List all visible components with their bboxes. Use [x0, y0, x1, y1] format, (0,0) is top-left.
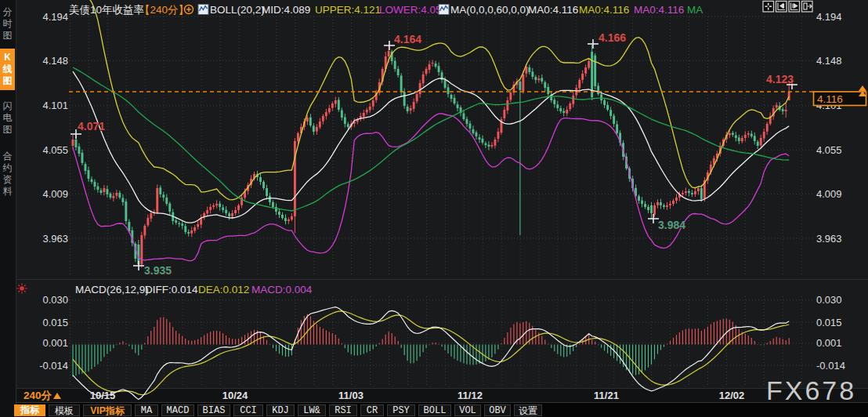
svg-text:-0.014: -0.014	[39, 360, 68, 372]
svg-text:0.030: 0.030	[816, 294, 842, 306]
svg-text:4.071: 4.071	[78, 120, 105, 132]
svg-text:MA0:4.116: MA0:4.116	[579, 4, 629, 16]
svg-text:0.001: 0.001	[816, 337, 842, 349]
svg-text:4.055: 4.055	[816, 144, 842, 156]
svg-text:11/21: 11/21	[594, 390, 619, 401]
svg-text:MACD(26,12,9): MACD(26,12,9)	[75, 284, 149, 296]
svg-text:4.116: 4.116	[817, 93, 843, 105]
svg-text:4.148: 4.148	[816, 55, 842, 67]
svg-text:MID:4.089: MID:4.089	[262, 4, 310, 16]
svg-text:4.194: 4.194	[816, 11, 842, 23]
svg-text:11/03: 11/03	[338, 390, 363, 401]
svg-text:10/24: 10/24	[222, 390, 248, 401]
svg-text:4.123: 4.123	[766, 73, 794, 85]
svg-text:MA(0,0,0,60,0,0): MA(0,0,0,60,0,0)	[450, 4, 530, 16]
svg-text:-0.014: -0.014	[816, 360, 845, 372]
svg-text:4.101: 4.101	[42, 100, 68, 111]
svg-text:DIFF:0.014: DIFF:0.014	[145, 284, 198, 296]
svg-text:MA0:4.116: MA0:4.116	[634, 4, 684, 16]
svg-text:【240分】: 【240分】	[139, 4, 189, 16]
svg-text:3.963: 3.963	[42, 233, 68, 245]
svg-text:0.015: 0.015	[816, 317, 842, 328]
svg-text:3.963: 3.963	[816, 233, 842, 245]
svg-text:0.030: 0.030	[42, 294, 68, 306]
svg-text:4.055: 4.055	[42, 144, 68, 156]
svg-text:BOLL(20,2): BOLL(20,2)	[210, 4, 265, 16]
svg-text:10/15: 10/15	[90, 390, 116, 401]
svg-text:3.935: 3.935	[144, 264, 172, 277]
svg-text:LOWER:4.057: LOWER:4.057	[379, 4, 447, 16]
svg-text:4.009: 4.009	[42, 188, 68, 200]
svg-text:4.009: 4.009	[816, 188, 842, 200]
svg-text:美债10年收益率: 美债10年收益率	[69, 4, 144, 16]
svg-text:4.166: 4.166	[599, 31, 626, 44]
svg-text:MA0:4.116: MA0:4.116	[528, 4, 578, 16]
svg-text:12/02: 12/02	[719, 390, 745, 401]
svg-text:11/12: 11/12	[458, 390, 483, 401]
svg-text:4.194: 4.194	[42, 11, 68, 23]
svg-text:3.984: 3.984	[658, 219, 685, 231]
svg-text:UPPER:4.121: UPPER:4.121	[315, 4, 381, 16]
svg-text:FX678: FX678	[766, 375, 856, 405]
svg-text:DEA:0.012: DEA:0.012	[198, 284, 249, 296]
svg-text:4.164: 4.164	[394, 33, 421, 45]
svg-text:0.015: 0.015	[42, 317, 68, 328]
svg-text:MA: MA	[687, 4, 703, 16]
svg-text:4.148: 4.148	[42, 55, 68, 67]
svg-text:MACD:0.004: MACD:0.004	[251, 284, 313, 296]
svg-text:0.001: 0.001	[42, 337, 68, 349]
svg-text:240分: 240分	[24, 390, 52, 401]
